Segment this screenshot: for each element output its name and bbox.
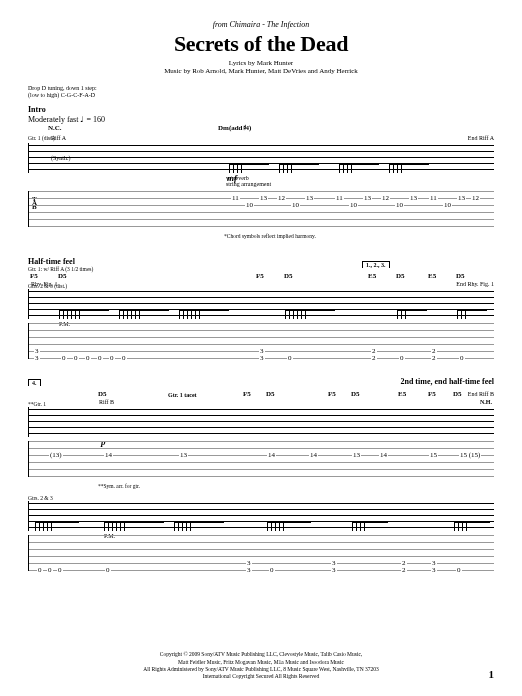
chord: F5 [428,390,436,398]
tab-num: 3 [259,355,265,362]
tab-num: 14 [267,452,276,459]
copyright-line4: International Copyright Secured All Righ… [28,673,494,680]
tab-num: 3 [34,355,40,362]
tab-num: 10 [291,202,300,209]
chord: D5 [351,390,360,398]
system-2: F5 D5 F5 D5 E5 D5 E5 D5 1., 2., 3. Gtrs.… [28,272,494,359]
tab-num: 13 [457,195,466,202]
tab-num: 13 [179,452,188,459]
gtr1-label: Gtr. 1 (dist.) [28,135,494,141]
divisi-note: string arrangement [226,181,522,187]
chord: F5 [30,272,38,280]
chord: F5 [328,390,336,398]
chord: F5 [256,272,264,280]
chord: F5 [243,390,251,398]
tab-num: 12 [381,195,390,202]
from-line: from Chimaira - The Infection [28,20,494,29]
tab-num: 10 [395,202,404,209]
tab-num: 0 [61,355,67,362]
music-credit: Music by Rob Arnold, Mark Hunter, Matt D… [28,67,494,75]
tab-num: 12 [471,195,480,202]
riff-b-label: Riff B [99,399,114,405]
tab-num: 13 [363,195,372,202]
tab-num: 0 [121,355,127,362]
chord: D5 [266,390,275,398]
tab-num: 11 [429,195,438,202]
tab-num: 0 [109,355,115,362]
end-riff-a: End Riff A [468,135,494,141]
tab-num: 0 [57,567,63,574]
song-title: Secrets of the Dead [28,31,494,57]
header: from Chimaira - The Infection Secrets of… [28,20,494,75]
end-riff-b: End Riff B [468,391,494,397]
tab-num: 11 [231,195,240,202]
section-intro: Intro [28,105,494,114]
chord-dmadd4: Dm(add♯4) [218,124,251,132]
tab-3a: (13) 14 13 14 14 13 14 15 15 (15) [28,441,494,477]
tab-num: 0 [399,355,405,362]
nh-label: N.H. [480,399,492,405]
tab-num: 11 [335,195,344,202]
tab-num: 0 [287,355,293,362]
tab-1: TAB 11 10 13 12 10 13 11 10 13 12 10 13 … [28,191,494,227]
music-systems: Intro Moderately fast ♩ = 160 N.C. Dm(ad… [28,105,494,571]
chord: D5 [453,390,462,398]
tab-num: 13 [305,195,314,202]
riff-a-label: Riff A [51,135,66,141]
tab-num: 3 [331,567,337,574]
tab-num: 14 [104,452,113,459]
chord: D5 [58,272,67,280]
tab-num: 0 [456,567,462,574]
end-rhy-fig: End Rhy. Fig. 1 [456,281,494,287]
tab-num: 13 [352,452,361,459]
staff-1: Riff A (Synth.) mf End Riff A [28,143,494,173]
chord: D5 [98,390,107,398]
chord-row-1: N.C. Dm(add♯4) [28,124,494,133]
chord-row-2: F5 D5 F5 D5 E5 D5 E5 D5 1., 2., 3. [28,272,494,281]
staff-3a: Riff B p N.H. End Riff B [28,407,494,437]
chord: D5 [396,272,405,280]
tempo-marking: Moderately fast ♩ = 160 [28,115,494,124]
halftime-label: Half-time feel [28,257,494,266]
synth-label: (Synth.) [51,155,71,161]
tab-num: 2 [431,355,437,362]
album-title: The Infection [267,20,309,29]
tab-num: 0 [97,355,103,362]
copyright-line1: Copyright © 2009 Sony/ATV Music Publishi… [28,651,494,658]
chord: E5 [428,272,436,280]
chord-symbol-note: *Chord symbols reflect implied harmony. [224,233,494,239]
tab-num: 0 [269,567,275,574]
chord: D5 [284,272,293,280]
ending-4: 4. [28,379,41,386]
tab-num: 0 [47,567,53,574]
staff-2: Rhy. Fig. 1 End Rhy. Fig. 1 P.M. [28,289,494,319]
system-1: N.C. Dm(add♯4) Gtr. 1 (dist.) Riff A (Sy… [28,124,494,239]
tab-num: 0 [459,355,465,362]
tab-num: 10 [349,202,358,209]
copyright-line3: All Rights Administered by Sony/ATV Musi… [28,666,494,673]
rhy-fig-label: Rhy. Fig. 1 [31,281,58,287]
tab-num: 13 [259,195,268,202]
tab-num: 12 [277,195,286,202]
copyright-footer: Copyright © 2009 Sony/ATV Music Publishi… [28,651,494,680]
chord: E5 [398,390,406,398]
chord: D5 [456,272,465,280]
tab-num: 3 [246,567,252,574]
tab-num: 14 [379,452,388,459]
tab-num: 13 [409,195,418,202]
tuning-line2: (low to high) C-G-C-F-A-D [28,92,494,99]
tab-num: 2 [401,567,407,574]
chord-row-3: 4. D5 F5 D5 F5 D5 E5 F5 D5 Gtr. 1 tacet [28,390,494,399]
tab-num: 14 [309,452,318,459]
tab-num: 0 [37,567,43,574]
page-number: 1 [489,668,495,680]
chord: E5 [368,272,376,280]
tab-num: 15 [429,452,438,459]
from-prefix: from Chimaira - [213,20,267,29]
copyright-line2: Matt Feidler Music, Fritz Mogavan Music,… [28,659,494,666]
tab-num: 0 [73,355,79,362]
tab-num: 15 (15) [459,452,481,459]
tuning-note: Drop D tuning, down 1 step: (low to high… [28,85,494,99]
ending-box: 1., 2., 3. [362,261,390,268]
lyrics-credit: Lyrics by Mark Hunter [28,59,494,67]
